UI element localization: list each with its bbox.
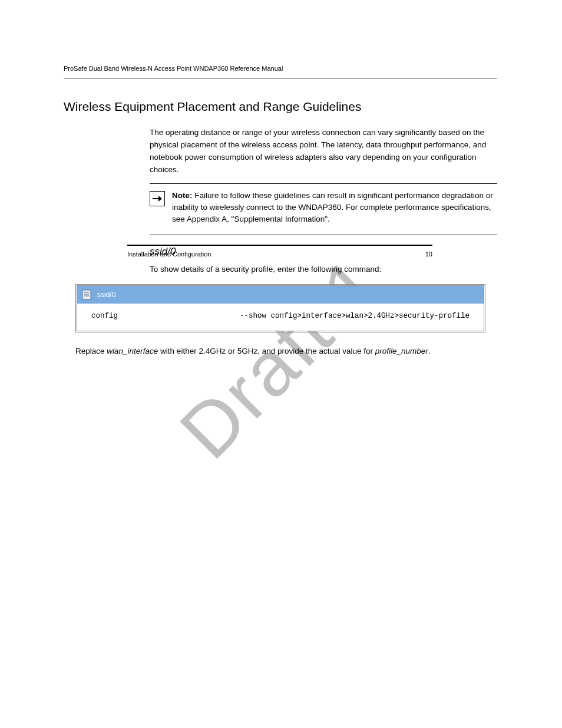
- command-lead-paragraph: To show details of a security profile, e…: [150, 263, 497, 276]
- page-header: ProSafe Dual Band Wireless-N Access Poin…: [64, 65, 497, 72]
- var-wlan-interface: wlan_interface: [107, 347, 158, 355]
- var-mid: with either 2.4GHz or 5GHz, and provide …: [158, 347, 375, 355]
- header-rule: [64, 78, 497, 78]
- variable-replace-paragraph: Replace wlan_interface with either 2.4GH…: [75, 345, 485, 358]
- note-text: Note: Failure to follow these guidelines…: [172, 190, 497, 226]
- example-left: config: [91, 312, 118, 320]
- var-profile-number: profile_number: [375, 347, 428, 355]
- arrow-right-icon: [150, 191, 165, 206]
- footer-chapter: Installation and Configuration: [127, 251, 211, 258]
- note-link: Appendix A, "Supplemental Information".: [187, 215, 330, 223]
- page-footer: Installation and Configuration 10: [127, 245, 432, 258]
- example-header-label: ssid/0: [97, 291, 115, 299]
- example-right: --show config>interface>wlan>2.4GHz>secu…: [240, 312, 470, 320]
- footer-page-number: 10: [425, 251, 432, 258]
- section-heading: Wireless Equipment Placement and Range G…: [64, 100, 497, 114]
- var-lead: Replace: [75, 347, 107, 355]
- example-header: ssid/0: [77, 286, 484, 304]
- svg-rect-0: [82, 290, 91, 299]
- intro-paragraph: The operating distance or range of your …: [150, 127, 497, 176]
- footer-rule: [127, 245, 432, 246]
- example-box: ssid/0 config --show config>interface>wl…: [75, 284, 485, 332]
- example-body: config --show config>interface>wlan>2.4G…: [77, 304, 484, 331]
- note-rule-bottom: [150, 235, 497, 235]
- var-tail: .: [428, 347, 431, 355]
- note-label: Note:: [172, 191, 193, 200]
- header-title: ProSafe Dual Band Wireless-N Access Poin…: [64, 65, 283, 72]
- note-block: Note: Failure to follow these guidelines…: [150, 183, 497, 236]
- file-icon: [82, 289, 91, 300]
